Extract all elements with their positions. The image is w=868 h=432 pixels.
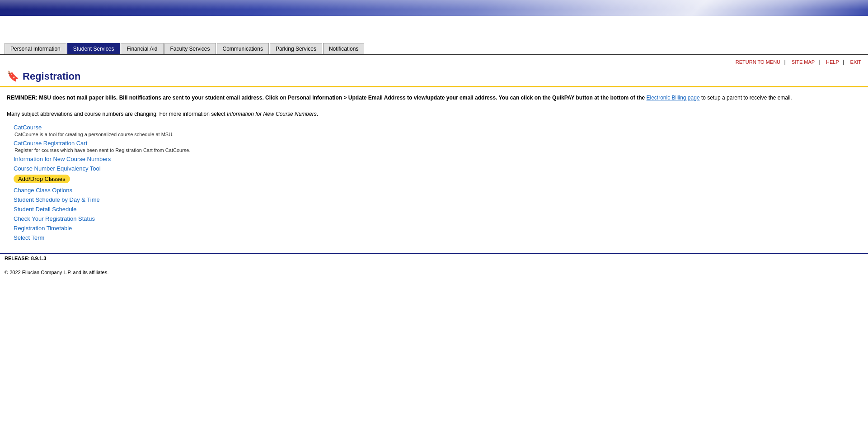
registration-icon: 🔖	[7, 71, 19, 82]
separator-2: |	[819, 59, 821, 65]
nav-item-notifications[interactable]: Notifications	[323, 43, 364, 54]
page-title: Registration	[23, 71, 80, 82]
link-item-10[interactable]: Select Term	[14, 234, 854, 241]
nav-item-personal-information[interactable]: Personal Information	[5, 43, 66, 54]
link-item-7[interactable]: Student Detail Schedule	[14, 206, 854, 213]
nav-item-student-services[interactable]: Student Services	[67, 43, 120, 54]
link-item-0[interactable]: CatCourse	[14, 124, 854, 131]
link-group: CatCourse Registration CartRegister for …	[14, 140, 854, 153]
site-map-link[interactable]: SITE MAP	[792, 59, 815, 65]
link-description-0: CatCourse is a tool for creating a perso…	[14, 132, 854, 137]
link-item-5[interactable]: Change Class Options	[14, 187, 854, 194]
link-item-3[interactable]: Course Number Equivalency Tool	[14, 165, 854, 172]
info-prefix: Many subject abbreviations and course nu…	[7, 111, 227, 117]
reminder-after-link: to setup a parent to receive the email.	[701, 95, 792, 101]
copyright: © 2022 Ellucian Company L.P. and its aff…	[0, 263, 868, 282]
info-suffix: .	[317, 111, 318, 117]
exit-link[interactable]: EXIT	[850, 59, 861, 65]
info-text: Many subject abbreviations and course nu…	[0, 109, 868, 122]
link-group: Add/Drop Classes	[14, 175, 854, 184]
link-description-1: Register for courses which have been sen…	[14, 147, 854, 153]
nav-bar: Personal Information Student Services Fi…	[0, 43, 868, 55]
reminder-box: REMINDER: MSU does not mail paper bills.…	[0, 91, 868, 106]
nav-item-parking-services[interactable]: Parking Services	[270, 43, 322, 54]
reminder-bold-text: REMINDER: MSU does not mail paper bills.…	[7, 95, 645, 101]
link-group: Student Detail Schedule	[14, 206, 854, 213]
page-title-area: 🔖 Registration	[0, 67, 868, 87]
link-group: CatCourseCatCourse is a tool for creatin…	[14, 124, 854, 137]
link-item-4[interactable]: Add/Drop Classes	[14, 175, 70, 183]
return-to-menu-link[interactable]: RETURN TO MENU	[736, 59, 780, 65]
link-group: Information for New Course Numbers	[14, 156, 854, 162]
link-group: Select Term	[14, 234, 854, 241]
nav-item-communications[interactable]: Communications	[217, 43, 269, 54]
links-section: CatCourseCatCourse is a tool for creatin…	[0, 122, 868, 248]
info-italic: Information for New Course Numbers	[227, 111, 317, 117]
release-text: RELEASE: 8.9.1.3	[5, 256, 46, 261]
electronic-billing-link[interactable]: Electronic Billing page	[647, 95, 700, 101]
separator-1: |	[784, 59, 787, 65]
link-item-2[interactable]: Information for New Course Numbers	[14, 156, 854, 162]
link-item-9[interactable]: Registration Timetable	[14, 225, 854, 232]
link-group: Check Your Registration Status	[14, 215, 854, 222]
nav-item-financial-aid[interactable]: Financial Aid	[121, 43, 163, 54]
link-group: Change Class Options	[14, 187, 854, 194]
footer-bar: RELEASE: 8.9.1.3	[0, 253, 868, 263]
top-right-links: RETURN TO MENU | SITE MAP | HELP | EXIT	[0, 55, 868, 67]
link-group: Course Number Equivalency Tool	[14, 165, 854, 172]
link-group: Registration Timetable	[14, 225, 854, 232]
header-banner	[0, 0, 868, 16]
link-group: Student Schedule by Day & Time	[14, 196, 854, 203]
link-item-8[interactable]: Check Your Registration Status	[14, 215, 854, 222]
link-item-1[interactable]: CatCourse Registration Cart	[14, 140, 854, 147]
separator-3: |	[843, 59, 845, 65]
help-link[interactable]: HELP	[826, 59, 839, 65]
link-item-6[interactable]: Student Schedule by Day & Time	[14, 196, 854, 203]
nav-item-faculty-services[interactable]: Faculty Services	[164, 43, 216, 54]
